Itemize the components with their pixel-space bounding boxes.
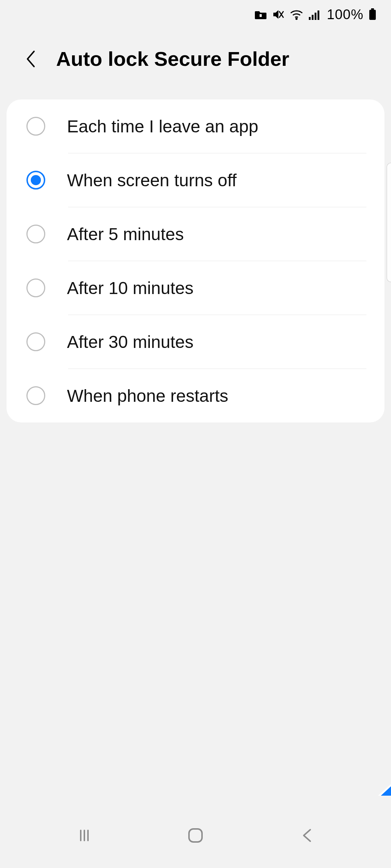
radio-button[interactable] (26, 171, 45, 190)
status-bar: 100% (0, 0, 391, 29)
option-label: Each time I leave an app (67, 116, 258, 136)
option-phone-restarts[interactable]: When phone restarts (7, 369, 384, 422)
svg-rect-8 (369, 10, 376, 20)
home-button[interactable] (181, 821, 210, 850)
radio-button[interactable] (26, 386, 45, 405)
option-label: After 30 minutes (67, 332, 194, 352)
battery-percentage: 100% (327, 7, 363, 22)
page-title: Auto lock Secure Folder (56, 47, 289, 71)
option-label: When phone restarts (67, 386, 228, 406)
secure-folder-icon (255, 9, 267, 20)
svg-rect-7 (318, 10, 319, 20)
svg-rect-13 (189, 829, 202, 842)
chevron-left-icon (299, 827, 314, 844)
signal-icon (309, 9, 322, 20)
options-card: Each time I leave an app When screen tur… (7, 99, 384, 422)
system-nav-bar (0, 814, 391, 868)
radio-button[interactable] (26, 332, 45, 351)
option-each-time-leave-app[interactable]: Each time I leave an app (7, 99, 384, 153)
radio-button[interactable] (26, 225, 45, 243)
option-label: When screen turns off (67, 170, 237, 190)
back-button[interactable] (20, 48, 42, 70)
svg-point-3 (295, 18, 298, 20)
battery-icon (369, 8, 377, 21)
wifi-icon (289, 9, 304, 20)
option-screen-off[interactable]: When screen turns off (7, 153, 384, 207)
scroll-handle[interactable] (387, 163, 391, 282)
option-label: After 5 minutes (67, 224, 184, 244)
radio-button[interactable] (26, 278, 45, 297)
option-after-5-min[interactable]: After 5 minutes (7, 207, 384, 261)
svg-rect-5 (312, 15, 314, 20)
svg-rect-6 (315, 13, 316, 20)
home-icon (186, 826, 205, 845)
svg-rect-0 (260, 14, 262, 17)
option-label: After 10 minutes (67, 278, 194, 298)
svg-rect-4 (309, 17, 311, 20)
option-after-30-min[interactable]: After 30 minutes (7, 315, 384, 369)
chevron-left-icon (25, 49, 37, 69)
nav-back-button[interactable] (292, 821, 321, 850)
option-after-10-min[interactable]: After 10 minutes (7, 261, 384, 315)
secure-folder-corner-icon (378, 784, 391, 796)
radio-button[interactable] (26, 117, 45, 136)
recents-icon (76, 827, 93, 844)
recents-button[interactable] (70, 821, 99, 850)
header: Auto lock Secure Folder (0, 47, 391, 71)
mute-icon (272, 8, 284, 21)
svg-rect-9 (371, 8, 374, 10)
